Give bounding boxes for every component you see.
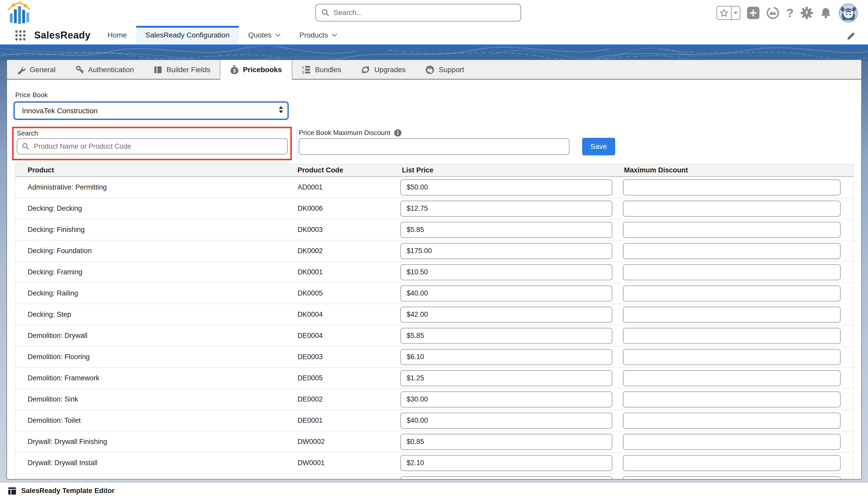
list-price-input[interactable] [400, 349, 612, 365]
max-discount-cell-input[interactable] [623, 200, 841, 217]
favorites-button[interactable] [717, 6, 740, 20]
product-name: Demolition: Sink [15, 395, 298, 403]
table-row: Drywall: Drywall Install DW0001 [15, 452, 854, 474]
setup-gear-icon[interactable] [800, 7, 813, 20]
list-price-input[interactable] [400, 455, 612, 471]
global-search-input[interactable] [333, 8, 498, 17]
svg-text:1: 1 [302, 65, 304, 70]
max-discount-cell-input[interactable] [623, 391, 841, 407]
product-name: Drywall: Drywall Finishing [15, 438, 298, 446]
max-discount-cell-input[interactable] [623, 285, 841, 302]
product-code: DE0004 [298, 332, 400, 340]
max-discount-cell-input[interactable] [623, 413, 841, 429]
product-search-input[interactable] [33, 142, 266, 151]
max-discount-cell-input[interactable] [623, 180, 841, 195]
guidance-icon[interactable] [766, 6, 780, 20]
max-discount-cell-input[interactable] [623, 370, 841, 386]
help-icon[interactable]: ? [786, 7, 794, 19]
price-book-select-wrap: InnovaTek Construction [13, 101, 289, 120]
tab-bundles[interactable]: 1 2 Bundles [292, 60, 351, 80]
table-row: Decking: Railing DK0005 [15, 283, 854, 304]
max-discount-cell-input[interactable] [623, 434, 841, 450]
product-name: Decking: Finishing [15, 226, 298, 234]
user-avatar[interactable] [839, 3, 858, 23]
list-price-input[interactable] [400, 413, 612, 429]
list-price-input[interactable] [400, 222, 612, 238]
list-price-input[interactable] [400, 264, 612, 280]
list-price-input[interactable] [400, 307, 612, 322]
product-code: DE0001 [298, 416, 400, 425]
list-price-input[interactable] [400, 328, 612, 344]
column-header-product: Product [15, 166, 298, 174]
tab-pricebooks[interactable]: $ Pricebooks [220, 60, 292, 80]
table-row [15, 474, 854, 479]
tab-authentication[interactable]: Authentication [65, 60, 144, 80]
max-discount-cell-input[interactable] [623, 349, 841, 365]
global-search [315, 4, 521, 22]
max-discount-cell-input[interactable] [623, 328, 841, 344]
list-price-input[interactable] [400, 180, 612, 195]
nav-tab-products[interactable]: Products [290, 26, 347, 45]
search-icon [322, 9, 329, 16]
global-actions-button[interactable] [747, 7, 759, 19]
tab-general[interactable]: General [7, 60, 65, 80]
table-row: Decking: Step DK0004 [15, 304, 854, 325]
utility-bar-label[interactable]: SalesReady Template Editor [21, 487, 114, 495]
max-discount-cell-input[interactable] [623, 307, 841, 322]
product-code: DW0002 [298, 438, 400, 446]
nav-tab-quotes[interactable]: Quotes [239, 26, 290, 45]
chevron-down-icon[interactable] [332, 33, 337, 37]
list-price-input[interactable] [400, 200, 612, 217]
max-discount-cell-input[interactable] [623, 264, 841, 280]
table-row: Drywall: Drywall Finishing DW0002 [15, 431, 854, 452]
notifications-bell-icon[interactable] [820, 7, 832, 19]
tab-upgrades[interactable]: Upgrades [351, 60, 416, 80]
favorites-dropdown-icon[interactable] [731, 7, 740, 20]
sync-arrows-icon [361, 65, 370, 74]
save-button[interactable]: Save [582, 138, 615, 155]
product-name: Decking: Railing [15, 289, 298, 297]
header-utility-icons: ? [717, 0, 858, 26]
table-body: Administrative: Permitting AD0001 Deckin… [15, 177, 854, 479]
product-name: Administrative: Permitting [15, 183, 298, 191]
max-discount-cell-input[interactable] [623, 243, 841, 259]
max-discount-cell-input[interactable] [623, 222, 841, 238]
chevron-down-icon[interactable] [275, 33, 281, 37]
list-price-input[interactable] [400, 476, 612, 479]
star-icon[interactable] [717, 7, 731, 20]
app-name: SalesReady [34, 26, 90, 45]
pricebook-table: Product Product Code List Price Maximum … [15, 164, 854, 479]
price-book-select[interactable]: InnovaTek Construction [13, 101, 289, 120]
info-icon[interactable] [394, 129, 402, 137]
app-launcher-icon[interactable] [15, 30, 26, 41]
product-name: Decking: Step [15, 311, 298, 318]
table-row: Demolition: Flooring DE0003 [15, 346, 854, 368]
max-discount-cell-input[interactable] [623, 455, 841, 471]
product-name: Decking: Foundation [15, 247, 298, 255]
table-row: Decking: Finishing DK0003 [15, 219, 854, 241]
headset-agent-icon [425, 65, 435, 74]
table-row: Demolition: Sink DE0002 [15, 389, 854, 410]
list-price-input[interactable] [400, 434, 612, 450]
product-search [17, 138, 288, 154]
theme-banner [0, 45, 868, 61]
tab-builder-fields[interactable]: Builder Fields [144, 60, 220, 80]
list-price-input[interactable] [400, 243, 612, 259]
max-discount-input[interactable] [299, 138, 569, 155]
tab-support[interactable]: Support [416, 60, 474, 80]
table-row: Demolition: Framework DE0005 [15, 368, 854, 389]
product-code: DK0005 [298, 289, 400, 297]
edit-nav-pencil-icon[interactable] [846, 32, 856, 42]
list-price-input[interactable] [400, 391, 612, 407]
product-code: DK0001 [298, 268, 400, 276]
search-icon [22, 143, 29, 150]
list-price-input[interactable] [400, 285, 612, 302]
wrench-icon [17, 65, 26, 74]
nav-tab-salesready-configuration[interactable]: SalesReady Configuration [136, 26, 239, 45]
list-price-input[interactable] [400, 370, 612, 386]
numbered-list-icon: 1 2 [302, 65, 311, 74]
max-discount-cell-input[interactable] [623, 476, 841, 479]
product-code: DK0004 [298, 311, 400, 318]
nav-tab-home[interactable]: Home [98, 26, 136, 45]
key-icon [75, 65, 84, 74]
